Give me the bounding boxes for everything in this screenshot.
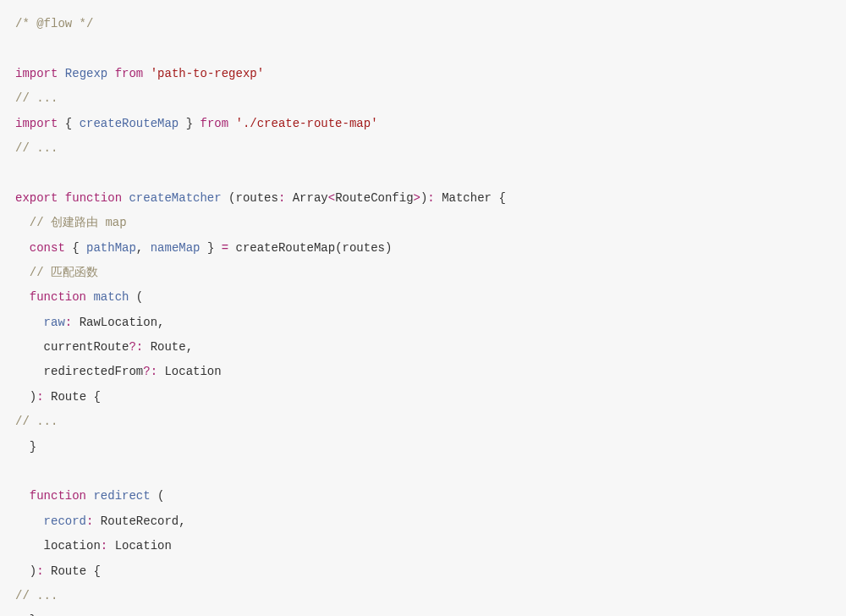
code-token: ? [143,365,150,378]
code-token: import [15,67,58,80]
code-token: record [44,514,86,528]
code-token: from [200,117,228,130]
code-token [15,241,30,255]
code-token: redirect [93,489,150,503]
code-token: Location [107,539,172,553]
code-token: Matcher { [435,191,506,205]
code-token [15,266,30,279]
code-token: pathMap [86,241,136,255]
code-token: ( [129,290,143,304]
code-token: function [30,489,86,503]
code-token: nameMap [151,241,201,255]
code-token [58,191,64,205]
code-token: function [65,191,122,205]
code-token [15,489,30,503]
code-token: > [414,191,420,205]
code-token: createMatcher [129,191,221,205]
code-token: // ... [15,91,58,105]
code-token: Route { [44,564,101,578]
code-token: // 匹配函数 [30,266,98,279]
code-token: location [15,539,101,553]
code-token: 'path-to-regexp' [151,67,264,80]
code-token: createRouteMap(routes) [228,241,392,255]
code-token: // ... [15,415,58,428]
code-token: export [15,191,58,205]
code-token [15,316,44,329]
code-token: Location [157,365,222,378]
code-token: } [200,241,221,255]
code-token: : [151,365,157,378]
code-token: ) [15,390,36,404]
code-token: function [30,290,86,304]
code-token: } [15,440,36,454]
code-token: from [115,67,144,80]
code-token: : [36,564,43,578]
code-token: currentRoute [15,340,129,354]
code-token: : [36,390,43,404]
code-token: { [58,117,79,130]
code-token [107,67,114,80]
code-token: { [65,241,86,255]
code-token: raw [44,316,65,329]
code-token: = [222,241,228,255]
code-token: ? [129,340,135,354]
code-token: './create-route-map' [236,117,378,130]
code-token: Route { [44,390,101,404]
code-token: RawLocation, [72,316,164,329]
code-token: // ... [15,141,58,155]
code-token: RouteRecord, [93,514,185,528]
code-token: redirectedFrom [15,365,143,378]
code-token [143,67,150,80]
code-token: Route, [143,340,193,354]
code-token: : [427,191,434,205]
code-token: createRouteMap [80,117,179,130]
code-token: : [136,340,143,354]
code-token: , [136,241,151,255]
code-token: RouteConfig [335,191,413,205]
code-token: : [65,316,72,329]
code-token: < [328,191,335,205]
code-token: Regexp [65,67,107,80]
code-block: /* @flow */ import Regexp from 'path-to-… [15,12,831,616]
code-token: match [93,290,129,304]
code-token: ) [15,564,36,578]
code-token [15,290,30,304]
code-token: // 创建路由 map [30,216,127,229]
code-token [58,67,64,80]
code-token: (routes [222,191,278,205]
code-token: ( [151,489,165,503]
code-token [15,514,44,528]
code-token [228,117,235,130]
code-token: // ... [15,589,58,602]
code-token: /* @flow */ [15,17,93,30]
code-token: : [101,539,107,553]
code-token: import [15,117,58,130]
code-token: Array [285,191,327,205]
code-token [15,216,30,229]
code-token: } [179,117,200,130]
code-token: const [30,241,65,255]
